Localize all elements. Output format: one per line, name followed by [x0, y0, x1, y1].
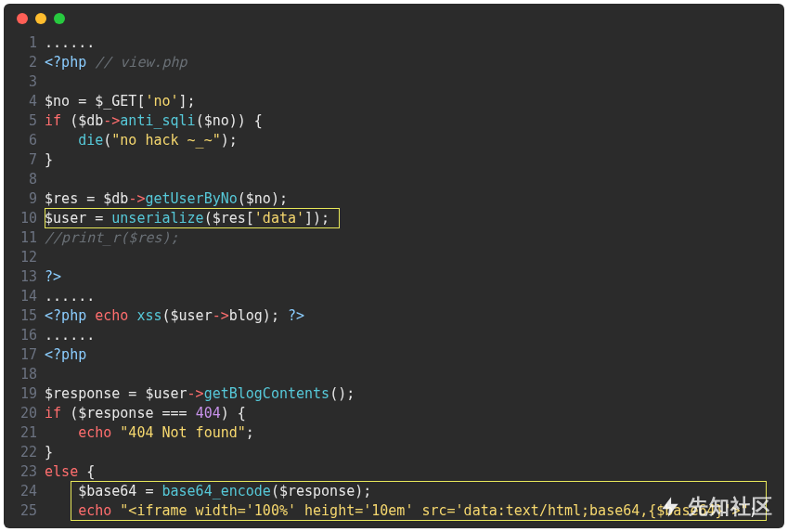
code-token: ( [162, 307, 171, 324]
line-number-gutter: 1234567891011121314151617181920212223242… [4, 33, 45, 521]
code-token: } [45, 151, 53, 168]
code-token: $user [171, 307, 213, 324]
code-line[interactable]: echo "404 Not found"; [45, 423, 784, 443]
code-token: ( [196, 112, 204, 129]
line-number: 19 [20, 384, 37, 404]
code-line[interactable] [45, 72, 784, 92]
code-token: $res [45, 190, 78, 207]
code-token: ) { [221, 405, 246, 422]
code-token [45, 132, 78, 149]
line-number: 25 [20, 501, 37, 521]
code-token: $db [78, 112, 103, 129]
code-token: )) { [229, 112, 263, 129]
code-token: else [45, 463, 78, 480]
code-line[interactable]: } [45, 443, 784, 462]
code-line[interactable]: if ($db->anti_sqli($no)) { [45, 111, 784, 131]
code-token: ); [355, 483, 371, 500]
code-token: ]; [179, 93, 196, 110]
code-line[interactable]: <?php echo xss($user->blog); ?> [45, 306, 784, 326]
code-token: xss [136, 307, 161, 324]
line-number: 13 [20, 267, 37, 287]
code-token: ( [61, 405, 78, 422]
code-token: = [86, 210, 111, 227]
line-number: 6 [20, 131, 37, 150]
code-token: echo [78, 424, 111, 441]
code-line[interactable]: if ($response === 404) { [45, 404, 784, 423]
code-token: ( [103, 132, 111, 149]
code-token: 404 [196, 405, 221, 422]
code-line[interactable]: $res = $db->getUserByNo($no); [45, 189, 784, 209]
line-number: 11 [20, 228, 37, 248]
code-token: <?php [45, 307, 95, 324]
line-number: 8 [20, 170, 37, 189]
code-line[interactable]: ...... [45, 33, 784, 53]
code-token: $no [45, 93, 70, 110]
code-line[interactable]: ?> [45, 267, 784, 287]
code-token: die [78, 132, 103, 149]
code-token: [ [246, 210, 254, 227]
line-number: 20 [20, 404, 37, 423]
minimize-icon[interactable] [35, 13, 46, 24]
code-token: $user [45, 210, 86, 227]
watermark-text: 先知社区 [688, 493, 773, 521]
code-token: ?> [288, 307, 304, 324]
line-number: 14 [20, 287, 37, 306]
line-number: 18 [20, 365, 37, 384]
editor-window: 1234567891011121314151617181920212223242… [4, 4, 784, 528]
code-token: $db [103, 190, 128, 207]
code-token: = [78, 190, 103, 207]
code-token: ( [238, 190, 246, 207]
code-line[interactable]: } [45, 150, 784, 170]
code-editor: 1234567891011121314151617181920212223242… [4, 33, 784, 521]
code-token: = [70, 93, 95, 110]
line-number: 17 [20, 345, 37, 365]
code-line[interactable]: else { [45, 462, 784, 482]
code-token: ?> [45, 268, 61, 285]
code-token: ( [61, 112, 78, 129]
code-line[interactable] [45, 365, 784, 384]
code-token: ; [246, 424, 254, 441]
code-line[interactable]: ...... [45, 287, 784, 306]
code-token: getUserByNo [145, 190, 237, 207]
code-token: $no [204, 112, 229, 129]
code-line[interactable]: //print_r($res); [45, 228, 784, 248]
code-token: if [45, 405, 61, 422]
code-token: $user [145, 385, 187, 402]
code-token: (); [329, 385, 355, 402]
code-token: $response [78, 405, 153, 422]
code-token: = [136, 483, 161, 500]
code-token: ...... [45, 288, 95, 305]
code-token: === [153, 405, 195, 422]
zoom-icon[interactable] [54, 13, 65, 24]
code-token: ( [204, 210, 213, 227]
code-line[interactable]: <?php [45, 345, 784, 365]
code-token: -> [103, 112, 120, 129]
code-token [45, 424, 78, 441]
code-token: ]); [304, 210, 329, 227]
code-line[interactable]: die("no hack ~_~"); [45, 131, 784, 150]
code-token: $_GET [95, 93, 136, 110]
code-line[interactable] [45, 170, 784, 189]
code-token: $res [213, 210, 246, 227]
code-line[interactable] [45, 248, 784, 267]
code-line[interactable]: $response = $user->getBlogContents(); [45, 384, 784, 404]
code-area[interactable]: ......<?php // view.php$no = $_GET['no']… [45, 33, 784, 521]
code-token: anti_sqli [120, 112, 195, 129]
line-number: 21 [20, 423, 37, 443]
code-token [45, 502, 78, 519]
code-token: unserialize [111, 210, 203, 227]
line-number: 12 [20, 248, 37, 267]
code-line[interactable]: $user = unserialize($res['data']); [45, 209, 784, 228]
code-line[interactable]: <?php // view.php [45, 53, 784, 72]
line-number: 22 [20, 443, 37, 462]
code-token: $response [279, 483, 355, 500]
line-number: 5 [20, 111, 37, 131]
close-icon[interactable] [17, 13, 28, 24]
code-token: $base64 [78, 483, 136, 500]
code-token: // view.php [95, 54, 187, 71]
code-token: "404 Not found" [120, 424, 245, 441]
code-token: if [45, 112, 61, 129]
code-line[interactable]: ...... [45, 326, 784, 345]
line-number: 7 [20, 150, 37, 170]
code-line[interactable]: $no = $_GET['no']; [45, 92, 784, 111]
